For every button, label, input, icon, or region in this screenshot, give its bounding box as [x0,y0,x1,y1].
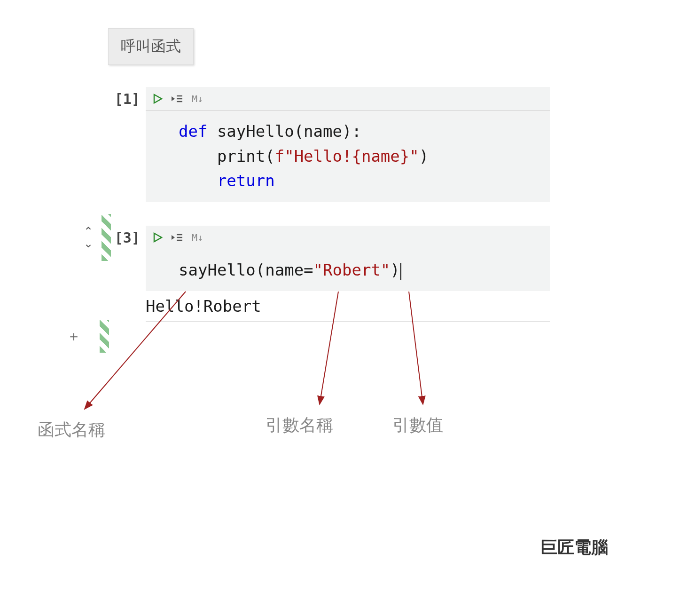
svg-marker-6 [172,235,175,240]
annotation-function-name: 函式名稱 [38,419,105,442]
modified-indicator [102,214,111,261]
cell-1-toolbar: M↓ [146,87,550,111]
cell-2-gutter: ⌃ ⌄ [3] [66,226,146,249]
svg-marker-1 [172,96,175,101]
modified-indicator [100,320,109,353]
cell-1-gutter: [1] [66,87,146,111]
annotation-arg-name: 引數名稱 [266,414,333,437]
code-cell-1: [1] M↓ def sayHello(name): print(f"He [66,87,550,202]
code-cell-2: ⌃ ⌄ [3] M↓ [66,226,550,322]
markdown-toggle[interactable]: M↓ [192,93,203,104]
svg-marker-5 [154,233,162,242]
add-cell-row: ＋ [67,320,109,353]
cell-1-prompt: [1] [115,91,140,107]
text-cursor [400,263,401,280]
run-cell-icon[interactable] [153,232,163,243]
cell-2-toolbar: M↓ [146,226,550,249]
markdown-toggle[interactable]: M↓ [192,232,203,243]
cell-2-code[interactable]: sayHello(name="Robert") [146,249,550,291]
run-cell-icon[interactable] [153,94,163,104]
watermark: 巨匠電腦 [540,536,608,559]
svg-marker-0 [154,95,162,103]
run-by-line-icon[interactable] [171,232,183,243]
move-cell-up-icon[interactable]: ⌃ [84,226,93,237]
cell-2-prompt: [3] [115,229,140,246]
run-by-line-icon[interactable] [171,94,183,104]
section-title: 呼叫函式 [108,28,194,65]
cell-1-code[interactable]: def sayHello(name): print(f"Hello!{name}… [146,111,550,202]
cell-2-output: Hello!Robert [146,291,550,322]
annotation-arg-value: 引數值 [392,414,443,437]
move-cell-down-icon[interactable]: ⌄ [84,238,93,249]
add-cell-icon[interactable]: ＋ [67,327,81,346]
